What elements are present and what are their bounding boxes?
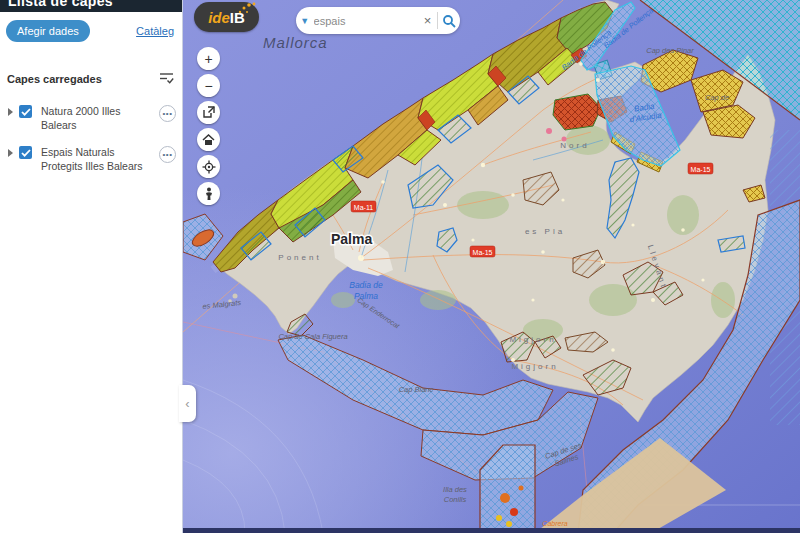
layer-checkbox[interactable] [19, 146, 32, 159]
layer-list-options-icon[interactable] [159, 70, 174, 88]
catalog-link[interactable]: Catàleg [136, 25, 174, 37]
logo-dots-icon [235, 0, 257, 16]
map-graphic: Mallorca Palma Badia de Pollença Badia d… [183, 0, 800, 533]
search-clear-icon[interactable]: × [418, 13, 438, 28]
svg-text:Ma-15: Ma-15 [473, 249, 493, 256]
layer-row-natura2000: Natura 2000 Illes Balears ••• [0, 98, 182, 139]
layer-options-button[interactable]: ••• [159, 146, 176, 163]
road-shield-ma11: Ma-11 [351, 201, 376, 212]
loaded-layers-heading: Capes carregades [7, 73, 102, 85]
label-cap-de-cala-figuera: Cap de Cala Figuera [278, 332, 347, 341]
zoom-out-button[interactable]: − [197, 74, 220, 97]
label-palma: Palma [331, 231, 372, 247]
layers-panel: Llista de capes Afegir dades Catàleg Cap… [0, 0, 183, 533]
logo-text-ide: ide [208, 9, 230, 26]
label-migjorn: Migjorn [509, 335, 556, 344]
search-submit-button[interactable] [438, 14, 460, 28]
home-button[interactable] [197, 128, 220, 151]
label-es-pla: es Pla [525, 227, 565, 236]
expand-caret-icon[interactable] [8, 149, 13, 157]
search-dropdown-icon[interactable]: ▼ [296, 16, 314, 26]
label-cap-blanc: Cap Blanc [399, 385, 434, 394]
locate-icon [202, 160, 216, 174]
layer-checkbox[interactable] [19, 105, 32, 118]
magnifier-icon [442, 14, 456, 28]
map-bottom-strip [183, 528, 800, 533]
panel-toolbar: Afegir dades Catàleg [0, 12, 182, 42]
label-nord: Nord [560, 141, 589, 150]
search-input[interactable] [314, 15, 418, 27]
label-badia-de-palma: Badia de Palma [349, 280, 383, 301]
ideib-map-app: Llista de capes Afegir dades Catàleg Cap… [0, 0, 800, 533]
layer-row-espais-naturals: Espais Naturals Protegits Illes Balears … [0, 139, 182, 180]
svg-text:Ma-15: Ma-15 [691, 166, 711, 173]
panel-title: Llista de capes [8, 0, 182, 9]
label-cabrera: Cabrera [542, 520, 567, 527]
map-canvas[interactable]: Mallorca Palma Badia de Pollença Badia d… [183, 0, 800, 533]
svg-text:Badia de: Badia de [349, 280, 383, 290]
add-data-button[interactable]: Afegir dades [6, 20, 90, 42]
loaded-layers-section: Capes carregades [0, 70, 182, 88]
street-view-person-icon [203, 187, 215, 201]
label-migjorn-2: Migjorn [511, 362, 558, 371]
panel-collapse-handle[interactable]: ‹ [179, 385, 196, 422]
layer-name[interactable]: Espais Naturals Protegits Illes Balears [41, 146, 159, 173]
label-cap-de: Cap de [705, 93, 729, 102]
expand-caret-icon[interactable] [8, 108, 13, 116]
map-controls: + − [197, 47, 220, 205]
svg-text:Illa des: Illa des [443, 485, 467, 494]
layer-options-button[interactable]: ••• [159, 105, 176, 122]
layer-list: Natura 2000 Illes Balears ••• Espais Nat… [0, 98, 182, 181]
zoom-in-button[interactable]: + [197, 47, 220, 70]
label-illa-des-conills: Illa des Conills [443, 485, 467, 504]
locate-button[interactable] [197, 155, 220, 178]
panel-title-bar: Llista de capes [0, 0, 182, 12]
label-ponent: Ponent [278, 253, 321, 262]
road-shield-ma15-east: Ma-15 [688, 163, 713, 174]
search-bar: ▼ × [296, 7, 460, 34]
home-icon [202, 134, 215, 146]
share-icon [202, 106, 215, 119]
road-shield-ma15: Ma-15 [470, 246, 495, 257]
layer-name[interactable]: Natura 2000 Illes Balears [41, 105, 159, 132]
svg-text:Ma-11: Ma-11 [354, 204, 373, 211]
svg-text:Conills: Conills [444, 495, 467, 504]
ideib-logo[interactable]: ideIB [194, 2, 259, 32]
label-mallorca: Mallorca [263, 34, 328, 51]
label-cap-des-pinar: Cap des Pinar [646, 46, 694, 55]
street-view-button[interactable] [197, 182, 220, 205]
share-button[interactable] [197, 101, 220, 124]
